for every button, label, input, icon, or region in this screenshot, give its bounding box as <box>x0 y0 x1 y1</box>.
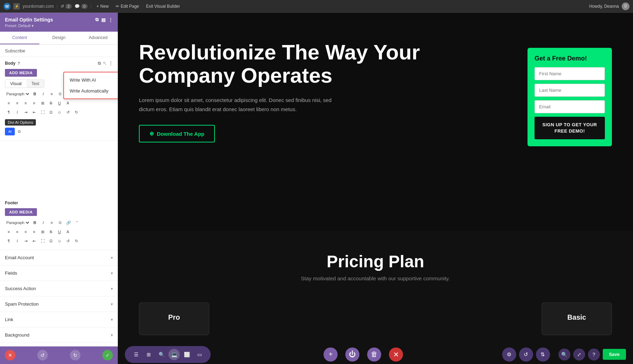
tab-content[interactable]: Content <box>0 32 39 44</box>
outdent-button[interactable]: ⇤ <box>30 108 38 116</box>
builder-menu-button[interactable]: ☰ <box>130 349 142 360</box>
new-button[interactable]: + New <box>94 3 111 10</box>
footer-quote-button[interactable]: " <box>73 219 81 226</box>
footer-omega[interactable]: Ω <box>47 237 55 245</box>
footer-align-right[interactable]: ≡ <box>22 228 30 236</box>
italic-button[interactable]: I <box>39 90 47 98</box>
number-list-button[interactable]: ① <box>56 90 64 98</box>
footer-link-button[interactable]: 🔗 <box>65 219 72 226</box>
footer-number-button[interactable]: ① <box>56 219 64 226</box>
builder-adjust-button[interactable]: ⇅ <box>536 347 550 362</box>
footer-italic2[interactable]: I <box>13 237 21 245</box>
copy-small-icon[interactable]: ⧉ <box>98 61 101 66</box>
footer-redo[interactable]: ↻ <box>72 237 80 245</box>
align-justify-button[interactable]: ≡ <box>30 99 38 107</box>
confirm-button[interactable]: ✓ <box>102 350 113 360</box>
download-app-button[interactable]: ⊕ Download The App <box>139 125 215 142</box>
builder-desktop-button[interactable]: 💻 <box>168 349 180 360</box>
builder-trash-button[interactable]: 🗑 <box>367 347 381 362</box>
fullscreen-button[interactable]: ⛶ <box>39 108 46 116</box>
footer-italic-button[interactable]: I <box>39 219 47 226</box>
emoji-button[interactable]: ☺ <box>56 108 63 116</box>
help-icon[interactable]: ? <box>18 61 20 65</box>
ai-settings-button[interactable]: ⚙ <box>15 128 23 135</box>
bold-button[interactable]: B <box>31 90 39 98</box>
discard-button[interactable]: ✕ <box>5 350 15 360</box>
footer-outdent[interactable]: ⇤ <box>30 237 38 245</box>
footer-underline[interactable]: U <box>56 228 63 236</box>
italic2-button[interactable]: I <box>13 108 21 116</box>
first-name-input[interactable] <box>535 67 605 80</box>
strikethrough-button[interactable]: S <box>47 99 55 107</box>
more-icon[interactable]: ⋮ <box>108 17 113 23</box>
save-button[interactable]: Save <box>603 349 626 360</box>
footer-undo[interactable]: ↺ <box>64 237 72 245</box>
footer-paragraph-select[interactable]: Paragraph <box>5 220 30 225</box>
align-center-button[interactable]: ≡ <box>13 99 21 107</box>
paragraph-select[interactable]: Paragraph Heading 1 Heading 2 <box>5 91 30 96</box>
builder-exit-button[interactable]: ✕ <box>389 347 403 362</box>
footer-table-button[interactable]: ⊞ <box>39 228 46 236</box>
footer-bullet-button[interactable]: ≡ <box>48 219 56 226</box>
omega-button[interactable]: Ω <box>47 108 55 116</box>
redo2-button[interactable]: ↻ <box>72 108 80 116</box>
preset-label[interactable]: Preset: Default ▾ <box>5 24 113 28</box>
copy-icon[interactable]: ⧉ <box>95 17 98 23</box>
write-automatically-option[interactable]: Write Automatically <box>64 85 118 96</box>
footer-text-color[interactable]: A <box>64 228 72 236</box>
footer-bold-button[interactable]: B <box>31 219 39 226</box>
builder-power-button[interactable]: ⏻ <box>345 347 359 362</box>
builder-mobile-button[interactable]: ▭ <box>194 349 205 360</box>
builder-history-button[interactable]: ↺ <box>519 347 533 362</box>
redo-button[interactable]: ↻ <box>70 350 81 360</box>
align-left-button[interactable]: ≡ <box>5 99 13 107</box>
undo2-button[interactable]: ↺ <box>64 108 72 116</box>
text-color-button[interactable]: A <box>64 99 72 107</box>
table-button[interactable]: ⊞ <box>39 99 46 107</box>
footer-fullscreen[interactable]: ⛶ <box>39 237 46 245</box>
footer-align-justify[interactable]: ≡ <box>30 228 38 236</box>
undo-button[interactable]: ↺ <box>37 350 48 360</box>
footer-emoji[interactable]: ☺ <box>56 237 63 245</box>
footer-toolbar-row2: ≡ ≡ ≡ ≡ ⊞ S U A <box>5 228 113 236</box>
tab-advanced[interactable]: Advanced <box>78 32 118 44</box>
accordion-success-action[interactable]: Success Action ▾ <box>0 281 118 296</box>
edit-page-button[interactable]: ✏ Edit Page <box>114 3 141 10</box>
accordion-spam-protection[interactable]: Spam Protection ▾ <box>0 296 118 312</box>
more-small-icon[interactable]: ⋮ <box>109 61 113 66</box>
write-with-ai-option[interactable]: Write With AI <box>64 75 118 85</box>
footer-add-media-button[interactable]: ADD MEDIA <box>5 208 37 216</box>
form-submit-button[interactable]: SIGN UP TO GET YOUR FREE DEMO! <box>535 117 605 139</box>
accordion-background[interactable]: Background ▾ <box>0 327 118 343</box>
underline-button[interactable]: U <box>56 99 63 107</box>
body-add-media-button[interactable]: ADD MEDIA <box>5 69 37 77</box>
align-right-button[interactable]: ≡ <box>22 99 30 107</box>
exit-builder-button[interactable]: Exit Visual Builder <box>144 3 182 10</box>
footer-align-left[interactable]: ≡ <box>5 228 13 236</box>
format-button[interactable]: ¶ <box>5 108 13 116</box>
footer-indent[interactable]: ⇥ <box>22 237 30 245</box>
top-expand-button[interactable]: ⤢ <box>573 349 585 360</box>
bullet-list-button[interactable]: ≡ <box>48 90 56 98</box>
top-help-button[interactable]: ? <box>588 349 600 360</box>
editor-tab-visual[interactable]: Visual <box>5 80 26 88</box>
builder-gear-button[interactable]: ⚙ <box>502 347 516 362</box>
builder-tablet-button[interactable]: ⬜ <box>181 349 192 360</box>
footer-align-center[interactable]: ≡ <box>13 228 21 236</box>
footer-format[interactable]: ¶ <box>5 237 13 245</box>
builder-add-button[interactable]: + <box>324 347 338 362</box>
top-search-button[interactable]: 🔍 <box>558 349 570 360</box>
indent-button[interactable]: ⇥ <box>22 108 30 116</box>
ai-blue-button[interactable]: AI <box>5 128 15 135</box>
tab-design[interactable]: Design <box>39 32 79 44</box>
accordion-fields[interactable]: Fields ▾ <box>0 266 118 281</box>
accordion-email-account[interactable]: Email Account ▾ <box>0 250 118 266</box>
accordion-link[interactable]: Link ▾ <box>0 312 118 327</box>
builder-search-button[interactable]: 🔍 <box>156 349 167 360</box>
email-input[interactable] <box>535 100 605 113</box>
builder-grid-button[interactable]: ⊞ <box>143 349 154 360</box>
layout-icon[interactable]: ▤ <box>101 17 106 23</box>
last-name-input[interactable] <box>535 84 605 97</box>
editor-tab-text[interactable]: Text <box>26 80 44 88</box>
footer-strikethrough[interactable]: S <box>47 228 55 236</box>
